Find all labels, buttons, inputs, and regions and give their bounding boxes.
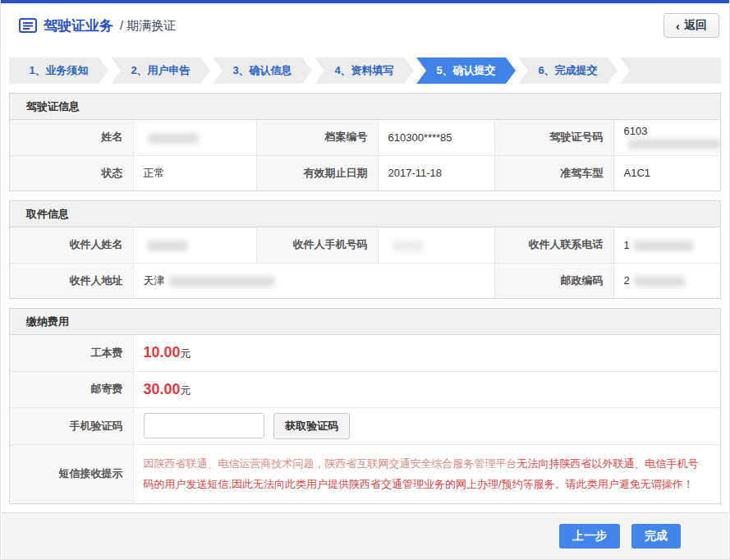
step-tab-6[interactable]: 6、完成提交: [518, 57, 618, 84]
status-label: 状态: [10, 155, 133, 190]
step-tabs-filler: [620, 57, 721, 84]
postage-unit: 元: [181, 384, 191, 397]
page: 驾驶证业务 / 期满换证 ‹ 返回 1、业务须知 2、用户申告 3、确认信息 4…: [0, 0, 730, 560]
table-row: 状态 正常 有效期止日期 2017-11-18 准驾车型 A1C1: [10, 155, 720, 190]
header: 驾驶证业务 / 期满换证 ‹ 返回: [1, 3, 729, 48]
get-captcha-button[interactable]: 获取验证码: [273, 413, 350, 439]
redacted-blur: [169, 276, 274, 287]
redacted-blur: [148, 241, 187, 251]
postage-value: 30.00元: [133, 371, 720, 407]
license-info-title: 驾驶证信息: [10, 94, 720, 120]
step-tab-2[interactable]: 2、用户申告: [111, 57, 210, 84]
back-button-label: 返回: [684, 18, 707, 33]
recipient-address-label: 收件人地址: [10, 263, 133, 298]
license-list-icon: [19, 18, 37, 33]
fees-section: 缴纳费用 工本费 10.00元 邮寄费 30.00元 手机验证码 获取验证码 短…: [9, 308, 721, 504]
redacted-blur: [393, 241, 424, 251]
previous-step-button[interactable]: 上一步: [559, 524, 620, 549]
captcha-input[interactable]: [144, 413, 264, 438]
recipient-mobile-label: 收件人手机号码: [256, 227, 378, 263]
table-row: 短信接收提示 因陕西省联通、电信运营商技术问题，陕西省互联网交通安全综合服务管理…: [10, 444, 720, 503]
sms-note-part1: 因陕西省联通、电信运营商技术问题，陕西省互联网交通安全综合服务管理平台: [144, 457, 517, 470]
status-value: 正常: [133, 155, 256, 190]
footer-action-bar: 上一步 完成: [2, 512, 728, 559]
name-label: 姓名: [10, 120, 133, 155]
expiry-value: 2017-11-18: [378, 155, 494, 190]
breadcrumb: 驾驶证业务 / 期满换证: [19, 16, 176, 35]
sms-note-label: 短信接收提示: [10, 444, 133, 503]
postal-code-value: 2: [613, 263, 720, 298]
back-button[interactable]: ‹ 返回: [663, 13, 719, 38]
finish-button[interactable]: 完成: [631, 524, 681, 549]
license-no-value: 6103: [613, 120, 720, 155]
postage-amount: 30.00: [144, 381, 181, 397]
step-tab-4[interactable]: 4、资料填写: [314, 57, 414, 84]
postal-code-label: 邮政编码: [494, 263, 613, 298]
captcha-cell: 获取验证码: [133, 407, 720, 444]
redacted-blur: [634, 241, 693, 251]
page-title: 驾驶证业务: [44, 16, 113, 35]
redacted-blur: [628, 139, 720, 149]
redacted-blur: [634, 276, 685, 287]
step-tabs: 1、业务须知 2、用户申告 3、确认信息 4、资料填写 5、确认提交 6、完成提…: [9, 57, 721, 84]
captcha-label: 手机验证码: [10, 407, 133, 444]
step-tab-3[interactable]: 3、确认信息: [213, 57, 312, 84]
card-fee-unit: 元: [181, 347, 191, 360]
card-fee-amount: 10.00: [144, 344, 181, 360]
license-info-section: 驾驶证信息 姓名 档案编号 610300****85 驾驶证号码 6103 状态…: [9, 93, 721, 191]
table-row: 收件人地址 天津 邮政编码 2: [10, 263, 720, 298]
recipient-name-value: [133, 227, 256, 263]
recipient-phone-label: 收件人联系电话: [494, 227, 613, 263]
recipient-name-label: 收件人姓名: [10, 227, 133, 263]
postage-label: 邮寄费: [10, 371, 133, 407]
table-row: 邮寄费 30.00元: [10, 371, 720, 407]
recipient-address-value: 天津: [133, 263, 494, 298]
file-no-label: 档案编号: [256, 120, 378, 155]
expiry-label: 有效期止日期: [256, 155, 378, 190]
table-row: 手机验证码 获取验证码: [10, 407, 720, 444]
table-row: 工本费 10.00元: [10, 335, 720, 371]
recipient-phone-value: 1: [613, 227, 720, 263]
name-value: [133, 120, 256, 155]
card-fee-value: 10.00元: [133, 335, 720, 371]
card-fee-label: 工本费: [10, 335, 133, 371]
license-info-table: 姓名 档案编号 610300****85 驾驶证号码 6103 状态 正常 有效…: [10, 120, 720, 190]
table-row: 收件人姓名 收件人手机号码 收件人联系电话 1: [10, 227, 720, 263]
sms-note-text: 因陕西省联通、电信运营商技术问题，陕西省互联网交通安全综合服务管理平台无法向持陕…: [133, 444, 720, 503]
back-chevron-icon: ‹: [676, 20, 680, 32]
fees-table: 工本费 10.00元 邮寄费 30.00元 手机验证码 获取验证码 短信接收提示…: [10, 335, 720, 503]
pickup-info-table: 收件人姓名 收件人手机号码 收件人联系电话 1 收件人地址 天津 邮政编码 2: [10, 227, 720, 298]
pickup-info-section: 取件信息 收件人姓名 收件人手机号码 收件人联系电话 1 收件人地址 天津 邮政…: [9, 200, 721, 299]
file-no-value: 610300****85: [378, 120, 494, 155]
step-tab-5-active[interactable]: 5、确认提交: [416, 57, 516, 84]
fees-title: 缴纳费用: [10, 309, 720, 335]
vehicle-class-value: A1C1: [613, 155, 720, 190]
redacted-blur: [148, 133, 199, 144]
license-no-label: 驾驶证号码: [494, 120, 613, 155]
pickup-info-title: 取件信息: [10, 201, 720, 227]
vehicle-class-label: 准驾车型: [494, 155, 613, 190]
page-subtitle: / 期满换证: [120, 18, 176, 34]
recipient-mobile-value: [378, 227, 494, 263]
table-row: 姓名 档案编号 610300****85 驾驶证号码 6103: [10, 120, 720, 155]
step-tab-1[interactable]: 1、业务须知: [9, 57, 108, 84]
